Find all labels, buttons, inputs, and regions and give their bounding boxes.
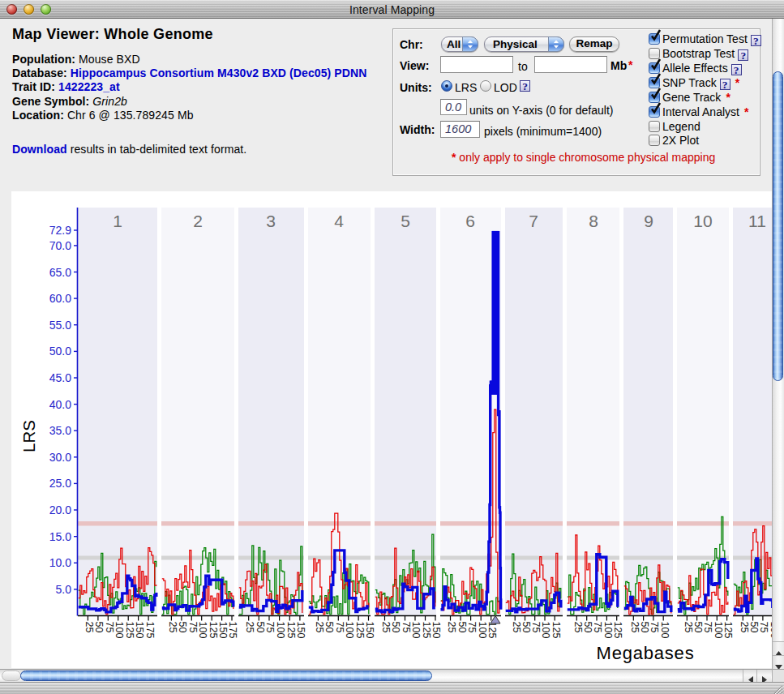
svg-text:125: 125 — [612, 622, 623, 639]
svg-text:3: 3 — [266, 212, 276, 230]
svg-text:8: 8 — [589, 212, 598, 230]
svg-text:50: 50 — [582, 622, 593, 633]
svg-text:15.0: 15.0 — [49, 530, 71, 543]
svg-text:25: 25 — [84, 622, 95, 633]
svg-text:75: 75 — [466, 622, 478, 633]
svg-text:75: 75 — [592, 622, 603, 633]
svg-text:4: 4 — [334, 212, 344, 230]
svg-text:50: 50 — [323, 622, 335, 633]
svg-text:30.0: 30.0 — [49, 451, 71, 464]
svg-text:45.0: 45.0 — [49, 371, 71, 384]
svg-text:10.0: 10.0 — [49, 556, 71, 569]
svg-text:75: 75 — [702, 622, 713, 633]
svg-text:25: 25 — [739, 622, 750, 633]
svg-text:75: 75 — [334, 622, 345, 633]
svg-text:125: 125 — [124, 622, 135, 639]
svg-text:50: 50 — [93, 622, 105, 633]
svg-text:25.0: 25.0 — [49, 477, 71, 490]
svg-text:50: 50 — [390, 622, 401, 633]
svg-text:100: 100 — [602, 622, 614, 639]
svg-text:50: 50 — [748, 622, 760, 633]
svg-text:150: 150 — [217, 622, 229, 639]
svg-text:5: 5 — [401, 212, 410, 230]
svg-text:6: 6 — [465, 212, 475, 230]
svg-text:175: 175 — [227, 622, 238, 639]
svg-text:55.0: 55.0 — [49, 319, 71, 332]
svg-text:100: 100 — [659, 622, 670, 639]
svg-text:1: 1 — [113, 212, 122, 230]
svg-text:5.0: 5.0 — [56, 583, 72, 596]
svg-text:150: 150 — [295, 622, 306, 639]
svg-text:72.9: 72.9 — [49, 224, 71, 237]
svg-text:LRS: LRS — [19, 420, 38, 452]
svg-text:175: 175 — [144, 622, 156, 639]
svg-text:100: 100 — [540, 622, 551, 639]
svg-text:25: 25 — [629, 622, 640, 633]
svg-text:100: 100 — [275, 622, 286, 639]
svg-text:125: 125 — [208, 622, 219, 639]
svg-text:Megabases: Megabases — [597, 643, 695, 663]
svg-text:25: 25 — [683, 622, 694, 633]
svg-text:25: 25 — [572, 622, 584, 633]
svg-text:2: 2 — [193, 212, 203, 230]
svg-text:50: 50 — [521, 622, 532, 633]
svg-text:20.0: 20.0 — [49, 503, 71, 516]
svg-text:70.0: 70.0 — [49, 239, 71, 252]
svg-text:65.0: 65.0 — [49, 266, 71, 279]
svg-text:150: 150 — [134, 622, 145, 639]
svg-text:100: 100 — [197, 622, 208, 639]
svg-text:125: 125 — [486, 622, 498, 639]
svg-text:125: 125 — [285, 622, 297, 639]
svg-text:9: 9 — [644, 212, 653, 230]
svg-text:25: 25 — [244, 622, 255, 633]
svg-text:7: 7 — [529, 212, 538, 230]
svg-text:150: 150 — [364, 622, 375, 639]
svg-text:75: 75 — [649, 622, 660, 633]
svg-text:25: 25 — [167, 622, 178, 633]
svg-text:100: 100 — [477, 622, 488, 639]
svg-text:75: 75 — [530, 622, 542, 633]
svg-text:35.0: 35.0 — [49, 424, 71, 437]
svg-text:10: 10 — [693, 212, 712, 230]
svg-text:50: 50 — [177, 622, 188, 633]
svg-text:75: 75 — [401, 622, 412, 633]
svg-text:25: 25 — [511, 622, 522, 633]
svg-text:125: 125 — [421, 622, 432, 639]
svg-text:100: 100 — [713, 622, 724, 639]
svg-text:125: 125 — [354, 622, 366, 639]
svg-text:25: 25 — [314, 622, 325, 633]
svg-text:40.0: 40.0 — [49, 398, 71, 411]
svg-text:75: 75 — [264, 622, 276, 633]
svg-text:125: 125 — [722, 622, 734, 639]
svg-text:50: 50 — [456, 622, 468, 633]
svg-text:11: 11 — [748, 212, 766, 230]
svg-text:75: 75 — [104, 622, 115, 633]
svg-text:50: 50 — [692, 622, 704, 633]
svg-text:25: 25 — [446, 622, 457, 633]
svg-text:50: 50 — [639, 622, 650, 633]
svg-text:100: 100 — [344, 622, 355, 639]
svg-text:75: 75 — [758, 622, 769, 633]
svg-text:100: 100 — [410, 622, 422, 639]
svg-text:60.0: 60.0 — [49, 292, 71, 305]
svg-text:50: 50 — [255, 622, 266, 633]
svg-text:125: 125 — [551, 622, 562, 639]
svg-text:100: 100 — [114, 622, 125, 639]
svg-text:25: 25 — [380, 622, 392, 633]
svg-text:150: 150 — [431, 622, 442, 639]
svg-text:50.0: 50.0 — [49, 345, 71, 358]
svg-text:75: 75 — [187, 622, 199, 633]
